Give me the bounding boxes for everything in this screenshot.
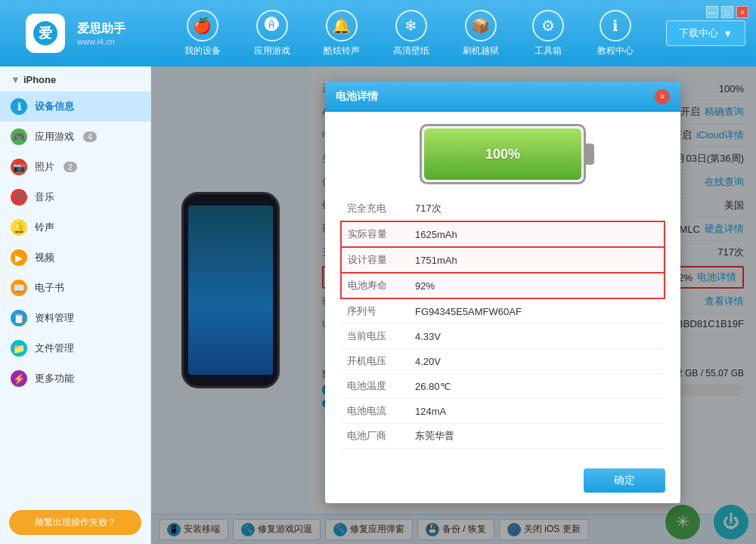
nav-label-jailbreak: 刷机越狱: [463, 45, 499, 57]
sidebar-label-9: 更多功能: [35, 372, 74, 385]
nav-icon-tools: ⚙: [532, 10, 564, 42]
badge-1: 4: [83, 131, 97, 142]
modal-cell-label-6: 开机电压: [341, 349, 409, 374]
sidebar-item-2[interactable]: 📷 照片2: [0, 152, 150, 182]
sidebar-label-4: 铃声: [35, 221, 54, 234]
modal-row-4: 序列号 FG94345E5AMFW60AF: [341, 298, 665, 324]
battery-info-table: 完全充电 717次 实际容量 1625mAh 设计容量 1751mAh 电池寿命…: [340, 196, 665, 449]
sidebar-item-8[interactable]: 📁 文件管理: [0, 333, 150, 363]
nav-label-apps: 应用游戏: [254, 45, 290, 57]
modal-cell-value-1: 1625mAh: [409, 221, 665, 247]
modal-cell-label-3: 电池寿命: [341, 273, 409, 298]
sidebar: ▼ iPhone ℹ 设备信息 🎮 应用游戏4 📷 照片2 🎵 音乐 🔔 铃声 …: [0, 66, 151, 544]
sidebar-label-3: 音乐: [35, 190, 54, 204]
sidebar-label-1: 应用游戏: [35, 130, 74, 144]
nav-bar: 🍎 我的设备 🅐 应用游戏 🔔 酷炫铃声 ❄ 高清壁纸 📦 刷机越狱 ⚙ 工具箱…: [151, 4, 666, 63]
modal-cell-value-4: FG94345E5AMFW60AF: [409, 298, 665, 324]
maximize-button[interactable]: □: [721, 6, 733, 18]
modal-footer: 确定: [325, 461, 680, 503]
sidebar-item-6[interactable]: 📖 电子书: [0, 273, 150, 303]
sidebar-label-8: 文件管理: [35, 342, 74, 355]
modal-cell-label-9: 电池厂商: [341, 424, 409, 449]
download-center-button[interactable]: 下载中心 ▼: [666, 20, 745, 46]
badge-2: 2: [64, 162, 77, 172]
window-controls: — □ ×: [706, 6, 748, 18]
nav-label-ringtones: 酷炫铃声: [324, 45, 360, 57]
nav-item-apps[interactable]: 🅐 应用游戏: [240, 4, 304, 63]
sidebar-item-0[interactable]: ℹ 设备信息: [0, 91, 150, 122]
modal-row-7: 电池温度 26.80℃: [341, 374, 665, 399]
nav-icon-apps: 🅐: [256, 10, 288, 42]
sidebar-label-0: 设备信息: [35, 100, 74, 113]
modal-overlay: 电池详情 × 100% 完全充电 717次 实际容量: [151, 66, 756, 544]
app-logo-text: 爱思助手: [77, 21, 125, 37]
modal-row-5: 当前电压 4.33V: [341, 324, 665, 349]
sidebar-icon-2: 📷: [11, 159, 27, 175]
nav-item-tutorials[interactable]: ℹ 教程中心: [584, 4, 647, 63]
sidebar-item-4[interactable]: 🔔 铃声: [0, 212, 150, 243]
modal-cell-value-0: 717次: [409, 196, 665, 221]
content-area: 正在充电 100% Apple ID锁 未开启 精确查询 iCloud 未开启 …: [151, 66, 756, 544]
nav-item-wallpapers[interactable]: ❄ 高清壁纸: [380, 4, 443, 63]
modal-cell-value-6: 4.20V: [409, 349, 665, 374]
nav-label-tutorials: 教程中心: [597, 45, 634, 57]
modal-header: 电池详情 ×: [325, 82, 680, 112]
sidebar-icon-0: ℹ: [11, 98, 27, 115]
modal-row-6: 开机电压 4.20V: [341, 349, 665, 374]
logo-area: 爱 爱思助手 www.i4.cn: [0, 14, 151, 53]
sidebar-label-2: 照片: [35, 160, 54, 174]
nav-item-jailbreak[interactable]: 📦 刷机越狱: [449, 4, 513, 63]
close-button[interactable]: ×: [736, 6, 748, 18]
modal-cell-value-5: 4.33V: [409, 324, 665, 349]
modal-cell-value-9: 东莞华普: [409, 424, 665, 449]
modal-row-0: 完全充电 717次: [341, 196, 665, 221]
sidebar-item-9[interactable]: ⚡ 更多功能: [0, 363, 150, 394]
modal-cell-label-4: 序列号: [341, 298, 409, 324]
sidebar-icon-9: ⚡: [11, 370, 27, 387]
battery-graphic: 100%: [340, 124, 665, 184]
modal-cell-value-2: 1751mAh: [409, 247, 665, 273]
nav-label-wallpapers: 高清壁纸: [393, 45, 429, 57]
confirm-button[interactable]: 确定: [584, 468, 665, 493]
frequent-issue-button[interactable]: 频繁出现操作失败？: [9, 510, 141, 535]
nav-item-tools[interactable]: ⚙ 工具箱: [519, 4, 578, 63]
modal-row-1: 实际容量 1625mAh: [341, 221, 665, 247]
sidebar-item-3[interactable]: 🎵 音乐: [0, 182, 150, 212]
battery-fill: 100%: [424, 128, 581, 180]
sidebar-item-1[interactable]: 🎮 应用游戏4: [0, 122, 150, 152]
sidebar-label-7: 资料管理: [35, 311, 74, 325]
sidebar-icon-1: 🎮: [11, 128, 27, 145]
modal-close-button[interactable]: ×: [655, 89, 670, 104]
minimize-button[interactable]: —: [706, 6, 718, 18]
sidebar-icon-7: 📋: [11, 310, 27, 326]
modal-cell-value-8: 124mA: [409, 399, 665, 424]
nav-icon-my-device: 🍎: [187, 10, 218, 42]
sidebar-label-6: 电子书: [35, 281, 64, 295]
modal-cell-label-1: 实际容量: [341, 221, 409, 247]
sidebar-icon-4: 🔔: [11, 219, 27, 236]
sidebar-icon-8: 📁: [11, 340, 27, 357]
battery-tip: [585, 144, 594, 165]
modal-body: 100% 完全充电 717次 实际容量 1625mAh 设计容量 1751mAh…: [325, 112, 680, 461]
modal-cell-label-5: 当前电压: [341, 324, 409, 349]
modal-cell-value-3: 92%: [409, 273, 665, 298]
sidebar-label-5: 视频: [35, 251, 54, 264]
battery-detail-modal: 电池详情 × 100% 完全充电 717次 实际容量: [325, 82, 680, 503]
nav-label-tools: 工具箱: [534, 45, 562, 57]
svg-text:爱: 爱: [39, 26, 52, 41]
nav-icon-ringtones: 🔔: [326, 10, 358, 42]
app-logo-sub: www.i4.cn: [77, 37, 125, 46]
modal-row-3: 电池寿命 92%: [341, 273, 665, 298]
nav-item-ringtones[interactable]: 🔔 酷炫铃声: [310, 4, 373, 63]
modal-cell-label-0: 完全充电: [341, 196, 409, 221]
sidebar-item-7[interactable]: 📋 资料管理: [0, 303, 150, 333]
sidebar-bottom: 频繁出现操作失败？: [0, 501, 150, 544]
modal-cell-label-8: 电池电流: [341, 399, 409, 424]
nav-icon-tutorials: ℹ: [600, 10, 631, 42]
nav-item-my-device[interactable]: 🍎 我的设备: [171, 4, 234, 63]
nav-icon-jailbreak: 📦: [465, 10, 497, 42]
modal-cell-value-7: 26.80℃: [409, 374, 665, 399]
modal-cell-label-2: 设计容量: [341, 247, 409, 273]
sidebar-item-5[interactable]: ▶ 视频: [0, 243, 150, 273]
modal-cell-label-7: 电池温度: [341, 374, 409, 399]
